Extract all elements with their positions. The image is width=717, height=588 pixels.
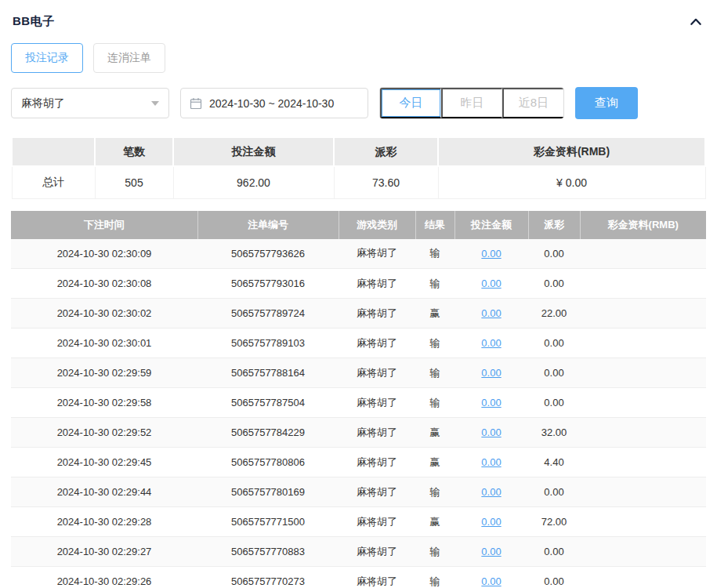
col-header-result: 结果 (415, 211, 454, 239)
bet-amount-link[interactable]: 0.00 (481, 546, 501, 557)
bet-amount-link[interactable]: 0.00 (481, 575, 501, 587)
last-8-days-button[interactable]: 近8日 (502, 88, 563, 118)
payout-cell: 32.00 (528, 418, 580, 448)
bet-number-cell: 5065757787504 (197, 388, 339, 418)
filter-bar: 麻将胡了 2024-10-30 ~ 2024-10-30 今日 昨日 近8日 查… (11, 87, 706, 119)
col-header-bet-time: 下注时间 (11, 211, 197, 239)
bet-number-cell: 5065757789103 (197, 328, 339, 358)
game-select[interactable]: 麻将胡了 (11, 88, 169, 118)
chevron-up-icon (689, 15, 703, 29)
summary-header-bet-amount: 投注金额 (173, 137, 334, 166)
payout-cell: 0.00 (528, 269, 580, 299)
bet-amount-link[interactable]: 0.00 (481, 278, 501, 289)
jackpot-cell (580, 418, 706, 448)
jackpot-cell (580, 388, 706, 418)
game-type-cell: 麻将胡了 (339, 418, 415, 448)
yesterday-button[interactable]: 昨日 (441, 88, 502, 118)
bet-time-cell: 2024-10-30 02:29:45 (11, 448, 197, 477)
game-type-cell: 麻将胡了 (339, 358, 415, 388)
summary-total-row: 总计 505 962.00 73.60 ¥ 0.00 (12, 166, 705, 198)
game-type-cell: 麻将胡了 (339, 567, 415, 588)
bet-amount-cell: 0.00 (454, 239, 528, 269)
tab-bet-records[interactable]: 投注记录 (11, 43, 83, 73)
bet-amount-link[interactable]: 0.00 (481, 307, 501, 319)
table-row: 2024-10-30 02:29:275065757770883麻将胡了输0.0… (11, 537, 706, 567)
col-header-bet-amount: 投注金额 (454, 211, 528, 239)
bet-amount-link[interactable]: 0.00 (481, 248, 501, 260)
bet-number-cell: 5065757771500 (197, 507, 339, 537)
summary-header-jackpot: 彩金资料(RMB) (438, 137, 705, 166)
record-type-tabs: 投注记录 连消注单 (11, 43, 706, 73)
page-title: BB电子 (13, 14, 55, 29)
bet-amount-cell: 0.00 (454, 328, 528, 358)
bet-amount-link[interactable]: 0.00 (481, 516, 501, 528)
bet-number-cell: 5065757788164 (197, 358, 339, 388)
payout-cell: 0.00 (528, 567, 580, 588)
bet-time-cell: 2024-10-30 02:29:58 (11, 388, 197, 418)
bet-number-cell: 5065757770883 (197, 537, 339, 567)
bet-amount-cell: 0.00 (454, 507, 528, 537)
bet-amount-link[interactable]: 0.00 (481, 337, 501, 349)
payout-cell: 22.00 (528, 299, 580, 328)
bet-amount-link[interactable]: 0.00 (481, 367, 501, 379)
chevron-down-icon (151, 101, 159, 106)
payout-cell: 0.00 (528, 388, 580, 418)
bet-number-cell: 5065757793626 (197, 239, 339, 269)
payout-cell: 0.00 (528, 328, 580, 358)
table-row: 2024-10-30 02:29:595065757788164麻将胡了输0.0… (11, 358, 706, 388)
table-row: 2024-10-30 02:29:525065757784229麻将胡了赢0.0… (11, 418, 706, 448)
bet-table-body: 2024-10-30 02:30:095065757793626麻将胡了输0.0… (11, 239, 706, 588)
payout-cell: 0.00 (528, 239, 580, 269)
bet-amount-cell: 0.00 (454, 567, 528, 588)
table-row: 2024-10-30 02:29:455065757780806麻将胡了赢0.0… (11, 448, 706, 477)
bet-amount-cell: 0.00 (454, 269, 528, 299)
game-type-cell: 麻将胡了 (339, 269, 415, 299)
game-type-cell: 麻将胡了 (339, 448, 415, 477)
table-row: 2024-10-30 02:30:085065757793016麻将胡了输0.0… (11, 269, 706, 299)
table-row: 2024-10-30 02:30:015065757789103麻将胡了输0.0… (11, 328, 706, 358)
result-cell: 赢 (415, 299, 454, 328)
collapse-panel-button[interactable] (689, 15, 703, 29)
bet-amount-cell: 0.00 (454, 448, 528, 477)
bet-number-cell: 5065757789724 (197, 299, 339, 328)
bet-time-cell: 2024-10-30 02:29:52 (11, 418, 197, 448)
bet-number-cell: 5065757793016 (197, 269, 339, 299)
bet-amount-cell: 0.00 (454, 388, 528, 418)
bet-amount-link[interactable]: 0.00 (481, 426, 501, 438)
game-type-cell: 麻将胡了 (339, 299, 415, 328)
summary-payout-value: 73.60 (334, 166, 438, 198)
jackpot-cell (580, 448, 706, 477)
jackpot-cell (580, 328, 706, 358)
summary-header-count: 笔数 (95, 137, 173, 166)
result-cell: 输 (415, 328, 454, 358)
payout-cell: 72.00 (528, 507, 580, 537)
search-button[interactable]: 查询 (575, 87, 638, 119)
col-header-jackpot: 彩金资料(RMB) (580, 211, 706, 239)
date-range-picker[interactable]: 2024-10-30 ~ 2024-10-30 (180, 88, 368, 118)
summary-total-label: 总计 (12, 166, 95, 198)
bet-time-cell: 2024-10-30 02:30:01 (11, 328, 197, 358)
tab-cancelled-bets[interactable]: 连消注单 (93, 43, 165, 73)
bet-amount-link[interactable]: 0.00 (481, 397, 501, 408)
result-cell: 赢 (415, 448, 454, 477)
summary-header-row: 笔数 投注金额 派彩 彩金资料(RMB) (12, 137, 705, 166)
bet-number-cell: 5065757784229 (197, 418, 339, 448)
result-cell: 输 (415, 269, 454, 299)
summary-count-value: 505 (95, 166, 173, 198)
bet-amount-link[interactable]: 0.00 (481, 456, 501, 468)
game-type-cell: 麻将胡了 (339, 239, 415, 269)
bet-amount-cell: 0.00 (454, 537, 528, 567)
bet-amount-cell: 0.00 (454, 418, 528, 448)
table-row: 2024-10-30 02:30:025065757789724麻将胡了赢0.0… (11, 299, 706, 328)
jackpot-cell (580, 269, 706, 299)
summary-bet-amount-value: 962.00 (173, 166, 334, 198)
bet-time-cell: 2024-10-30 02:29:59 (11, 358, 197, 388)
calendar-icon (190, 97, 202, 110)
today-button[interactable]: 今日 (380, 88, 441, 118)
bet-records-table: 下注时间 注单编号 游戏类别 结果 投注金额 派彩 彩金资料(RMB) 2024… (11, 211, 706, 588)
col-header-payout: 派彩 (528, 211, 580, 239)
bet-amount-link[interactable]: 0.00 (481, 486, 501, 498)
bet-amount-cell: 0.00 (454, 477, 528, 507)
col-header-bet-number: 注单编号 (197, 211, 339, 239)
game-type-cell: 麻将胡了 (339, 328, 415, 358)
